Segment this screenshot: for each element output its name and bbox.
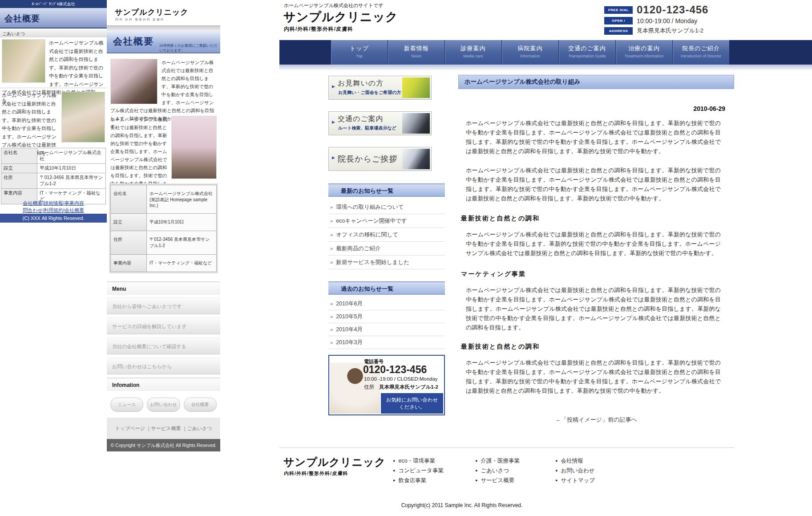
footer-column-3: ●会社情報 ●お問い合わせ ●サイトマップ	[555, 456, 595, 485]
table-label: 設立	[111, 214, 147, 231]
nav-item-medical-care[interactable]: 診療案内 Media care	[444, 40, 501, 65]
news-button[interactable]: ニュース	[110, 398, 143, 412]
nav-item-director[interactable]: 院長のご紹介 Introduction of Director	[672, 40, 729, 65]
company-button[interactable]: 会社概要	[184, 398, 217, 412]
tablet-copyright-bar: © Copyright サンプル株式会社 All Rights Reseved.	[107, 439, 220, 451]
table-value: IT・マーケティング・福祉など	[147, 255, 217, 272]
nav-item-transportation[interactable]: 交通のご案内 Transportation Guide	[558, 40, 615, 65]
mobile-greeting-heading: ごあいさつ	[0, 30, 107, 37]
mobile-links-row-1[interactable]: 会社概要|技術情報|事業内容	[23, 200, 84, 206]
arrow-right-icon: ▶	[332, 84, 335, 89]
tablet-logo[interactable]: サンプルクリニック	[115, 7, 189, 17]
bullet-icon: ●	[475, 459, 477, 463]
tablet-menu-item-contact[interactable]: お問い合わせはこちらから	[107, 358, 220, 374]
site-logo[interactable]: サンプルクリニック	[283, 9, 398, 25]
tablet-menu-item-company[interactable]: 当社の会社概要について確認する	[107, 337, 220, 354]
mobile-links-row-2[interactable]: 問合わせ|利用規約|会社概要	[23, 207, 84, 213]
tablet-information-heading: Infomation	[107, 378, 220, 391]
article-heading-marketing: マーケティング事業	[461, 270, 734, 278]
double-arrow-icon: »	[330, 327, 333, 332]
contact-cta-band[interactable]: お気軽にお問い合わせください。	[381, 393, 443, 414]
table-value: ホームページサンプル株式会社	[37, 148, 106, 164]
news-list-item[interactable]: »新規サービスを開始しました	[328, 256, 445, 269]
desktop-site-panel: ホームページサンプル株式会社のサイトです サンプルクリニック 内科/外科/整形外…	[279, 0, 812, 516]
phone-address-row: 住所 見本県見本氏サンプル1-2	[364, 384, 438, 390]
article-title-band: ホームページサンプル株式会社の取り組み	[458, 75, 734, 89]
previous-article-link[interactable]: ←「投稿イメージ」前の記事へ	[458, 416, 734, 424]
company-name: ホームページサンプル株式会社	[149, 191, 214, 197]
free-dial-badge: FREE DIAL	[604, 6, 633, 14]
archive-list-item[interactable]: »2010年5月	[328, 310, 445, 323]
bullet-icon: ●	[393, 478, 395, 483]
tablet-menu-item-greeting[interactable]: 当社から皆様へごあいさつです	[107, 297, 220, 314]
banner-transportation[interactable]: ▶ 交通のご案内 ルート検索、駐車場表示など	[328, 111, 432, 135]
table-value: 平成10年1月10日	[37, 164, 106, 173]
table-label: 会社名	[111, 185, 147, 214]
article-paragraph: ホームページサンプル株式会社では最新技術と自然との調和を目指します。革新的な技術…	[466, 285, 721, 332]
tablet-preview-panel: サンプルクリニック 内科 外科 整形外科 皮膚科 会社概要 20年間多くのお客様…	[107, 0, 220, 452]
archive-list-item[interactable]: »2010年4月	[328, 323, 445, 336]
phone-hours: 10:00 -19:00 / CLOSED:Monday	[364, 376, 438, 382]
double-arrow-icon: »	[330, 340, 333, 345]
archive-list-item[interactable]: »2010年3月	[328, 336, 445, 349]
table-row: 事業内容 IT・マーケティング・福祉など	[111, 255, 217, 272]
footer-link[interactable]: ●会社情報	[555, 456, 595, 466]
table-value: 平成10年1月10日	[147, 214, 217, 231]
archive-news-heading: 過去のお知らせ一覧	[328, 281, 445, 295]
banner-director-greeting[interactable]: ▶ 院長からご挨拶	[328, 147, 432, 171]
table-label: 設立	[1, 164, 37, 173]
tablet-company-table: 会社名 ホームページサンプル株式会社 (英語表記 Homepage sample…	[110, 185, 217, 272]
table-row: 設立 平成10年1月10日	[111, 214, 217, 231]
double-arrow-icon: »	[330, 260, 333, 265]
table-row: 会社名 ホームページサンプル株式会社 (英語表記 Homepage sample…	[111, 185, 217, 214]
tablet-button-row: ニュース お問い合わせ 会社概要	[110, 398, 217, 412]
footer-link[interactable]: ●ごあいさつ	[475, 466, 520, 475]
table-row: 会社名 ホームページサンプル株式会社	[1, 148, 106, 164]
footer-link[interactable]: ●介護・医療事業	[475, 456, 520, 466]
double-arrow-icon: »	[330, 218, 333, 223]
article-main: ホームページサンプル株式会社の取り組み 2010-06-29 ホームページサンプ…	[458, 75, 734, 424]
news-list-item[interactable]: »最新商品のご紹介	[328, 242, 445, 256]
tablet-menu-item-service[interactable]: サービスの詳細を解説しています	[107, 317, 220, 334]
footer-column-1: ●eco・環境事業 ●コンピュータ事業 ●飲食店事業	[393, 456, 444, 485]
contact-row-freedial: FREE DIAL 0120-123-456	[604, 4, 708, 16]
footer-logo[interactable]: サンプルクリニック	[283, 455, 386, 469]
table-row: 住所 〒012-3456 見本県見本市サンプル1-2	[111, 231, 217, 255]
nav-item-news[interactable]: 新着情報 News	[388, 40, 444, 65]
header-address: 見本県見本氏サンプル1-2	[637, 27, 703, 35]
footer-link[interactable]: ●サービス概要	[475, 475, 520, 485]
mobile-intro-block-2: ホームページサンプル株式会社では最新技術と自然との調和を目指します。革新的な技術…	[2, 91, 105, 157]
banner-visitors[interactable]: ▶ お見舞いの方 お見舞い・ご面会をご希望の方	[328, 76, 432, 100]
bullet-icon: ●	[555, 468, 557, 473]
open-closed-badge: OPEN / CLOSED	[604, 17, 633, 24]
news-list-item[interactable]: »環境への取り組みについて	[328, 200, 445, 214]
mobile-preview-panel: ﾎｰﾑﾍﾟｰｼﾞ ｻﾝﾌﾟﾙ株式会社 会社概要 ごあいさつ ホームページサンプル…	[0, 0, 107, 223]
tablet-paragraph-2: ホームページサンプル株式会社では最新技術と自然との調和を目指します。革新的な技術…	[110, 117, 167, 194]
article-date: 2010-06-29	[458, 105, 725, 112]
nav-item-hospital-info[interactable]: 病院案内 Information	[501, 40, 558, 65]
contact-button[interactable]: お問い合わせ	[147, 398, 180, 412]
tablet-intro-block-2: ホームページサンプル株式会社では最新技術と自然との調和を目指します。革新的な技術…	[110, 115, 217, 195]
tablet-menu-heading: Menu	[107, 281, 220, 295]
site-logo-subtitle: 内科/外科/整形外科/皮膚科	[284, 25, 353, 33]
tablet-footer-links[interactable]: トップページ ｜サービス概要 ｜ごあいさつ	[107, 418, 220, 439]
table-value: 〒012-3456 見本県見本市サンプル1-2	[37, 173, 106, 189]
bullet-icon: ●	[475, 468, 477, 473]
arrow-right-icon: ▶	[332, 155, 335, 160]
phone-number: 0120-123-456	[363, 364, 427, 376]
double-arrow-icon: »	[330, 314, 333, 319]
footer-link[interactable]: ●コンピュータ事業	[393, 466, 444, 475]
bullet-icon: ●	[475, 478, 477, 483]
footer-link[interactable]: ●eco・環境事業	[393, 456, 444, 466]
footer-link[interactable]: ●お問い合わせ	[555, 466, 595, 475]
news-list-item[interactable]: »ecoキャンペーン開催中です	[328, 214, 445, 228]
table-label: 事業内容	[111, 255, 147, 272]
mobile-copyright-bar: (C) XXX All Rights Reseved.	[0, 214, 107, 223]
table-row: 設立 平成10年1月10日	[1, 164, 106, 173]
news-list-item[interactable]: »オフィスの移転に関して	[328, 228, 445, 242]
nav-item-top[interactable]: トップ Top	[331, 40, 388, 65]
archive-list-item[interactable]: »2010年6月	[328, 297, 445, 310]
footer-link[interactable]: ●飲食店事業	[393, 475, 444, 485]
footer-link[interactable]: ●サイトマップ	[555, 475, 595, 485]
nav-item-treatment[interactable]: 治療の案内 Treatment information	[615, 40, 672, 65]
